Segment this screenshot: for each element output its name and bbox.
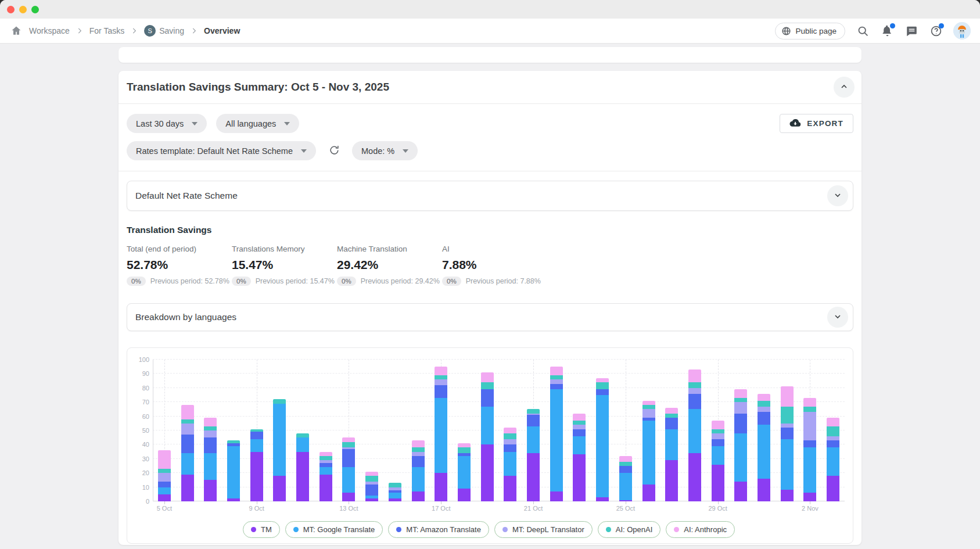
stacked-bar-18-oct[interactable] <box>458 443 471 501</box>
bar-segment <box>827 440 839 447</box>
home-icon[interactable] <box>9 24 23 38</box>
stacked-bar-15-oct[interactable] <box>389 483 401 501</box>
top-nav-bar: Workspace For Tasks S Saving Overview <box>0 19 980 44</box>
stacked-bar-29-oct[interactable] <box>712 421 724 501</box>
stacked-bar-12-oct[interactable] <box>320 452 332 501</box>
bar-segment <box>573 414 586 421</box>
bar-segment <box>181 424 194 435</box>
bar-segment <box>550 379 563 383</box>
stacked-bar-9-oct[interactable] <box>250 429 263 501</box>
bar-segment <box>158 473 171 482</box>
help-icon[interactable] <box>929 24 943 38</box>
stacked-bar-16-oct[interactable] <box>412 440 425 501</box>
stacked-bar-28-oct[interactable] <box>688 369 701 501</box>
user-avatar[interactable] <box>953 22 971 40</box>
stacked-bar-8-oct[interactable] <box>227 440 240 501</box>
window-titlebar <box>0 0 980 19</box>
stacked-bar-11-oct[interactable] <box>296 433 309 501</box>
legend-dot <box>396 527 401 532</box>
search-icon[interactable] <box>856 24 870 38</box>
bar-segment <box>204 480 217 501</box>
stacked-bar-10-oct[interactable] <box>273 399 286 501</box>
stacked-bar-22-oct[interactable] <box>550 367 563 501</box>
bar-segment <box>365 476 378 482</box>
legend-dot <box>293 527 299 532</box>
stacked-bar-14-oct[interactable] <box>365 472 378 501</box>
bar-segment <box>181 435 194 453</box>
stacked-bar-27-oct[interactable] <box>665 408 678 501</box>
bar-segment <box>296 437 309 451</box>
stacked-bar-23-oct[interactable] <box>573 414 586 501</box>
bar-segment <box>734 433 747 482</box>
period-filter-dropdown[interactable]: Last 30 days <box>127 114 207 133</box>
rates-template-dropdown[interactable]: Rates template: Default Net Rate Scheme <box>127 141 316 160</box>
legend-item-tm[interactable]: TM <box>243 521 280 538</box>
stacked-bar-25-oct[interactable] <box>619 456 632 501</box>
legend-item-ai-anthropic[interactable]: AI: Anthropic <box>666 521 735 538</box>
bar-segment <box>642 485 655 501</box>
legend-item-ai-openai[interactable]: AI: OpenAI <box>598 521 661 538</box>
bar-segment <box>342 467 355 493</box>
breadcrumb-saving[interactable]: S Saving <box>144 25 184 37</box>
breadcrumb-overview[interactable]: Overview <box>204 26 240 35</box>
stacked-bar-3-nov[interactable] <box>827 418 839 501</box>
expand-scheme-button[interactable] <box>827 185 848 206</box>
stacked-bar-30-oct[interactable] <box>734 389 747 501</box>
messages-icon[interactable] <box>904 24 918 38</box>
stacked-bar-1-nov[interactable] <box>781 386 794 501</box>
stacked-bar-21-oct[interactable] <box>527 409 540 501</box>
bar-segment <box>573 425 586 429</box>
bar-segment <box>527 453 540 501</box>
window-minimize-button[interactable] <box>19 6 27 13</box>
stacked-bar-17-oct[interactable] <box>435 367 447 501</box>
bar-segment <box>803 398 816 407</box>
window-zoom-button[interactable] <box>31 6 39 13</box>
bar-segment <box>481 389 494 406</box>
breadcrumb-for-tasks[interactable]: For Tasks <box>89 26 124 35</box>
legend-item-mt-deepl-translator[interactable]: MT: DeepL Translator <box>494 521 593 538</box>
bar-segment <box>734 414 747 433</box>
legend-item-mt-amazon-translate[interactable]: MT: Amazon Translate <box>388 521 489 538</box>
mode-dropdown[interactable]: Mode: % <box>352 141 418 160</box>
x-tick <box>533 501 534 504</box>
help-badge <box>939 23 944 28</box>
stacked-bar-31-oct[interactable] <box>758 394 770 501</box>
bar-segment <box>803 412 816 440</box>
bar-segment <box>435 367 447 375</box>
expand-breakdown-button[interactable] <box>827 307 848 328</box>
bar-segment <box>365 472 378 476</box>
nav-actions: Public page <box>775 22 971 40</box>
notifications-bell-icon[interactable] <box>880 24 894 38</box>
breadcrumb-workspace[interactable]: Workspace <box>29 26 70 35</box>
bar-segment <box>596 382 609 389</box>
bar-segment <box>435 385 447 398</box>
stacked-bar-7-oct[interactable] <box>204 418 217 501</box>
delta-badge: 0% <box>232 277 251 286</box>
savings-stats-row: Total (end of period) 52.78% 0% Previous… <box>127 245 853 286</box>
translation-savings-heading: Translation Savings <box>127 225 853 235</box>
globe-icon <box>781 26 791 36</box>
stacked-bar-26-oct[interactable] <box>642 401 655 501</box>
refresh-button[interactable] <box>325 142 343 160</box>
window-close-button[interactable] <box>7 6 15 13</box>
collapse-card-button[interactable] <box>834 77 855 98</box>
stacked-bar-5-oct[interactable] <box>158 450 171 501</box>
stacked-bar-2-nov[interactable] <box>803 398 816 501</box>
delta-badge: 0% <box>337 277 356 286</box>
legend-item-mt-google-translate[interactable]: MT: Google Translate <box>285 521 383 538</box>
stacked-bar-13-oct[interactable] <box>342 437 355 501</box>
languages-filter-dropdown[interactable]: All languages <box>216 114 299 133</box>
export-button[interactable]: EXPORT <box>780 114 853 133</box>
stacked-bar-6-oct[interactable] <box>181 405 194 501</box>
project-avatar: S <box>144 25 156 37</box>
bar-segment <box>158 487 171 494</box>
public-page-button[interactable]: Public page <box>775 23 845 40</box>
bar-segment <box>758 407 770 412</box>
chevron-right-icon <box>190 27 198 35</box>
legend-label: AI: OpenAI <box>616 525 653 534</box>
bar-segment <box>181 453 194 475</box>
stacked-bar-20-oct[interactable] <box>504 428 516 501</box>
y-tick-label: 70 <box>142 399 149 406</box>
stacked-bar-19-oct[interactable] <box>481 372 494 501</box>
stacked-bar-24-oct[interactable] <box>596 378 609 501</box>
